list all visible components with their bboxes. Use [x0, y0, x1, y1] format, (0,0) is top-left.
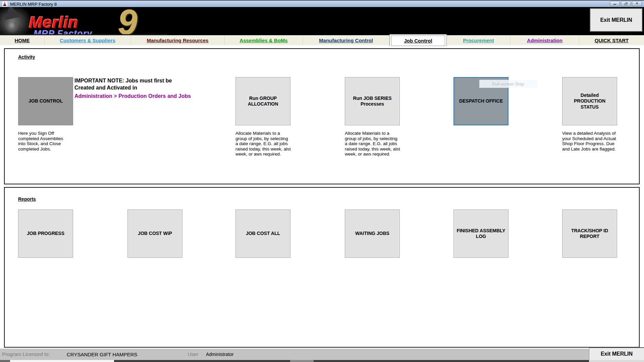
reports-heading: Reports [18, 196, 36, 202]
run-group-allocation-button[interactable]: Run GROUP ALLOCATION [235, 77, 290, 125]
taskbar-segment-right [589, 360, 644, 362]
tab-home[interactable]: HOME [0, 35, 45, 45]
minimize-icon [613, 4, 616, 5]
tab-job-control[interactable]: Job Control [389, 34, 447, 46]
restore-icon [625, 2, 628, 5]
note-line1: IMPORTANT NOTE: Jobs must first be [74, 78, 172, 83]
taskbar-edge-strip [0, 360, 644, 362]
tab-quick-start[interactable]: QUICK START [579, 35, 644, 45]
status-bar: Program Licensed to: CRYSANDER GIFT HAMP… [0, 349, 644, 360]
tab-manufacturing-resources-label: Manufacturing Resources [147, 38, 208, 43]
group-allocation-description: Allocate Materials to a group of jobs, b… [235, 131, 292, 157]
track-shop-id-report-button[interactable]: TRACK/SHOP ID REPORT [562, 209, 617, 258]
user-label: User [188, 351, 199, 357]
merlin-logo: Merlin MRP Factory 9 [0, 7, 168, 35]
main-tab-bar: HOME Customers & Suppliers Manufacturing… [0, 35, 644, 45]
exit-merlin-button-bottom[interactable]: Exit MERLIN [589, 347, 644, 360]
important-note: IMPORTANT NOTE: Jobs must first be Creat… [74, 77, 249, 99]
restore-button[interactable] [621, 1, 631, 6]
job-series-description: Allocate Materials to a group of jobs, b… [345, 131, 401, 157]
job-control-button[interactable]: JOB CONTROL [18, 77, 73, 125]
minimize-button[interactable] [610, 1, 620, 6]
tab-manufacturing-control-label: Manufacturing Control [319, 38, 373, 43]
note-line2: Created and Activated in [74, 85, 137, 90]
job-cost-wip-button[interactable]: JOB COST WiP [127, 209, 182, 258]
activity-section: Activity JOB CONTROL IMPORTANT NOTE: Job… [4, 48, 640, 184]
job-progress-button[interactable]: JOB PROGRESS [18, 209, 73, 258]
tab-assemblies-boms[interactable]: Assemblies & BoMs [225, 35, 303, 45]
taskbar-segment-light [10, 360, 114, 362]
taskbar-segment-corner [0, 360, 10, 362]
run-job-series-button[interactable]: Run JOB SERIES Processes [345, 77, 400, 125]
wizard-image [0, 7, 30, 35]
logo-number-9: 9 [118, 7, 138, 35]
tab-administration[interactable]: Administration [511, 35, 579, 45]
header-band: Merlin MRP Factory 9 Exit MERLIN [0, 7, 644, 35]
license-label: Program Licensed to: [2, 351, 50, 357]
note-admin-path-link: Administration > Production Orders and J… [74, 93, 249, 99]
finished-assembly-log-button[interactable]: FINISHED ASSEMBLY LOG [453, 209, 508, 258]
close-icon: ✕ [636, 2, 638, 5]
tab-procurement[interactable]: Procurement [447, 35, 511, 45]
tab-administration-label: Administration [527, 38, 562, 43]
tab-customers-suppliers[interactable]: Customers & Suppliers [45, 35, 131, 45]
tab-customers-suppliers-label: Customers & Suppliers [60, 38, 115, 43]
user-value: Administrator [206, 352, 233, 357]
merlin-mrp-window: MERLIN MRP Factory 8 ✕ Merlin MRP Factor… [0, 0, 644, 362]
production-status-description: View a detailed Analysis of your Schedul… [562, 131, 622, 152]
waiting-jobs-button[interactable]: WAITING JOBS [345, 209, 400, 258]
detailed-production-status-button[interactable]: Detailed PRODUCTION STATUS [562, 77, 617, 125]
logo-word-mrp-factory: MRP Factory [34, 28, 92, 35]
tab-home-label: HOME [15, 38, 30, 43]
window-controls: ✕ [610, 1, 642, 6]
window-title: MERLIN MRP Factory 8 [10, 2, 57, 7]
close-button[interactable]: ✕ [632, 1, 642, 6]
tab-procurement-label: Procurement [463, 38, 494, 43]
app-wizard-icon [2, 2, 7, 7]
tab-assemblies-boms-label: Assemblies & BoMs [239, 38, 287, 43]
taskbar-segment-notch [290, 360, 314, 362]
tab-manufacturing-resources[interactable]: Manufacturing Resources [131, 35, 225, 45]
window-titlebar: MERLIN MRP Factory 8 ✕ [0, 0, 644, 7]
job-control-description: Here you Sign Off completed Assemblies i… [18, 131, 68, 152]
activity-heading: Activity [18, 54, 35, 60]
fullscreen-snip-tooltip: Full-screen Snip [479, 80, 537, 88]
tab-manufacturing-control[interactable]: Manufacturing Control [303, 35, 389, 45]
reports-section: Reports JOB PROGRESS JOB COST WiP JOB CO… [4, 187, 640, 348]
exit-merlin-button-top[interactable]: Exit MERLIN [590, 8, 643, 32]
license-value: CRYSANDER GIFT HAMPERS [67, 352, 137, 357]
tab-quick-start-label: QUICK START [595, 38, 629, 43]
job-cost-all-button[interactable]: JOB COST ALL [235, 209, 290, 258]
tab-job-control-label: Job Control [404, 38, 432, 44]
